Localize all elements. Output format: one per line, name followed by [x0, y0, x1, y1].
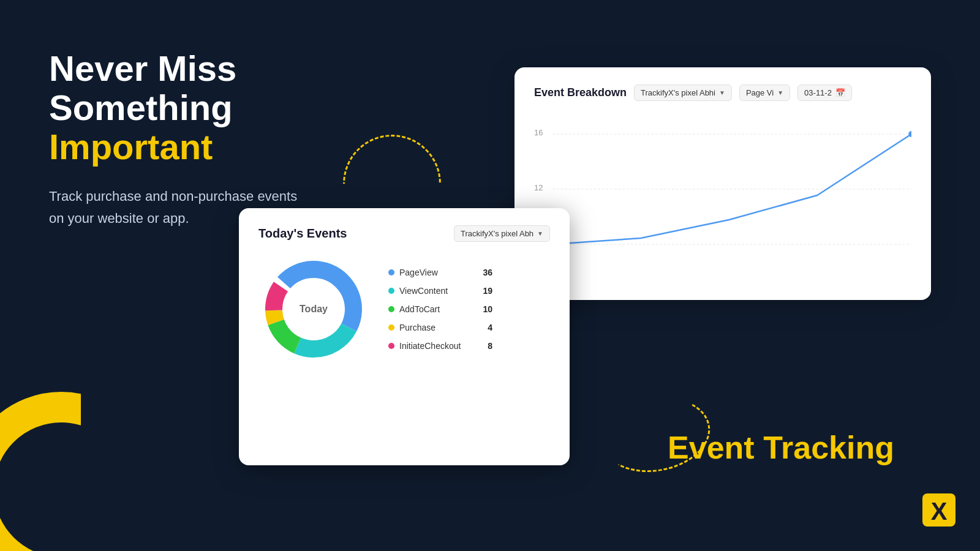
legend-item-initiatecheckout: InitiateCheckout 8 — [388, 341, 492, 351]
legend-name-pageview: PageView — [399, 268, 473, 277]
svg-text:TM: TM — [956, 525, 960, 530]
legend-count-purchase: 4 — [478, 323, 492, 332]
svg-text:X: X — [931, 498, 948, 525]
calendar-icon: 📅 — [835, 88, 845, 97]
donut-chart-wrapper: Today — [258, 254, 369, 364]
view-dropdown-label: Page Vi — [746, 88, 774, 97]
yellow-arc-decoration — [0, 392, 159, 551]
donut-center-text: Today — [300, 304, 328, 315]
legend-item-viewcontent: ViewContent 19 — [388, 286, 492, 296]
date-label: 03-11-2 — [804, 88, 832, 97]
todays-card-header: Today's Events TrackifyX's pixel Abh ▼ — [258, 225, 550, 242]
trackifyx-logo: X TM — [918, 489, 960, 531]
legend-name-purchase: Purchase — [399, 323, 473, 332]
y-label-16: 16 — [534, 128, 543, 137]
todays-pixel-label: TrackifyX's pixel Abh — [461, 229, 533, 238]
legend-name-initiatecheckout: InitiateCheckout — [399, 341, 473, 351]
headline-line1: Never Miss Something — [49, 49, 404, 127]
legend-count-pageview: 36 — [478, 268, 492, 277]
event-tracking-label: Event Tracking — [668, 430, 894, 465]
date-picker[interactable]: 03-11-2 📅 — [797, 84, 852, 101]
event-breakdown-card: Event Breakdown TrackifyX's pixel Abhi ▼… — [514, 67, 931, 300]
line-chart-area: 16 12 — [534, 116, 911, 275]
legend-name-addtocart: AddToCart — [399, 304, 473, 314]
headline-line2: Important — [49, 127, 404, 167]
pixel-dropdown[interactable]: TrackifyX's pixel Abhi ▼ — [634, 84, 732, 101]
view-dropdown-arrow: ▼ — [777, 89, 783, 96]
breakdown-title: Event Breakdown — [534, 86, 627, 99]
legend-dot-initiatecheckout — [388, 343, 394, 349]
pixel-dropdown-arrow: ▼ — [719, 89, 725, 96]
legend-count-viewcontent: 19 — [478, 286, 492, 296]
todays-pixel-arrow: ▼ — [537, 230, 543, 237]
todays-events-title: Today's Events — [258, 227, 347, 241]
legend-item-purchase: Purchase 4 — [388, 323, 492, 332]
legend-name-viewcontent: ViewContent — [399, 286, 473, 296]
view-dropdown[interactable]: Page Vi ▼ — [739, 84, 790, 101]
line-chart-svg — [552, 116, 911, 275]
legend-dot-addtocart — [388, 306, 394, 312]
legend-count-addtocart: 10 — [478, 304, 492, 314]
todays-events-card: Today's Events TrackifyX's pixel Abh ▼ — [239, 208, 570, 465]
event-legend-list: PageView 36 ViewContent 19 AddToCart 10 … — [388, 268, 492, 351]
donut-legend-container: Today PageView 36 ViewContent 19 AddToCa… — [258, 254, 550, 364]
legend-item-pageview: PageView 36 — [388, 268, 492, 277]
breakdown-card-header: Event Breakdown TrackifyX's pixel Abhi ▼… — [534, 84, 911, 101]
legend-dot-purchase — [388, 324, 394, 331]
pixel-dropdown-label: TrackifyX's pixel Abhi — [641, 88, 715, 97]
legend-dot-viewcontent — [388, 288, 394, 294]
todays-pixel-dropdown[interactable]: TrackifyX's pixel Abh ▼ — [454, 225, 550, 242]
legend-item-addtocart: AddToCart 10 — [388, 304, 492, 314]
hero-content: Never Miss Something Important Track pur… — [49, 49, 404, 229]
legend-count-initiatecheckout: 8 — [478, 341, 492, 351]
y-label-12: 12 — [534, 183, 543, 192]
legend-dot-pageview — [388, 269, 394, 276]
logo-container: X TM — [918, 489, 960, 534]
